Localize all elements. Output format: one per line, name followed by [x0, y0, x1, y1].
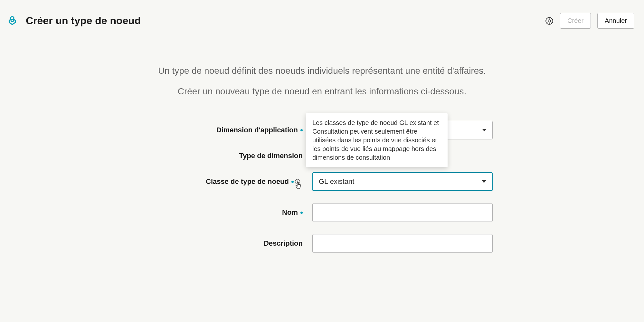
- required-indicator: [300, 212, 303, 214]
- name-label: Nom: [282, 208, 298, 217]
- svg-line-8: [551, 23, 552, 23]
- cursor-hand-icon: [294, 182, 302, 191]
- intro-text: Un type de noeud définit des noeuds indi…: [129, 64, 515, 98]
- required-indicator: [291, 181, 294, 183]
- row-name: Nom: [145, 203, 499, 222]
- header: Créer un type de noeud Créer Annuler: [0, 0, 644, 29]
- svg-point-2: [548, 20, 551, 22]
- description-input[interactable]: [312, 234, 493, 253]
- chevron-down-icon: [482, 180, 486, 183]
- class-label: Classe de type de noeud: [206, 177, 289, 186]
- row-description: Description: [145, 234, 499, 253]
- form: Les classes de type de noeud GL existant…: [145, 121, 499, 253]
- required-indicator: [300, 129, 303, 131]
- intro-line2: Créer un nouveau type de noeud en entran…: [129, 85, 515, 98]
- row-class: Classe de type de noeud GL exis: [145, 172, 499, 191]
- label-col: Classe de type de noeud: [145, 177, 312, 186]
- app-dimension-label: Dimension d'application: [216, 126, 298, 134]
- name-input[interactable]: [312, 203, 493, 222]
- settings-icon[interactable]: [545, 17, 554, 25]
- class-value: GL existant: [319, 177, 354, 186]
- cancel-button[interactable]: Annuler: [597, 13, 634, 29]
- label-col: Nom: [145, 208, 312, 217]
- label-col: Description: [145, 239, 312, 248]
- label-col: Type de dimension: [145, 152, 312, 160]
- description-label: Description: [264, 239, 303, 248]
- intro-line1: Un type de noeud définit des noeuds indi…: [129, 64, 515, 78]
- node-icon: [6, 14, 19, 27]
- svg-line-7: [547, 18, 547, 19]
- create-button[interactable]: Créer: [560, 13, 591, 29]
- tooltip: Les classes de type de noeud GL existant…: [306, 113, 448, 167]
- svg-line-10: [551, 18, 552, 19]
- svg-line-9: [547, 23, 547, 23]
- header-left: Créer un type de noeud: [6, 14, 141, 27]
- svg-point-0: [11, 19, 14, 22]
- page-title: Créer un type de noeud: [26, 15, 141, 27]
- header-right: Créer Annuler: [545, 13, 634, 29]
- chevron-down-icon: [482, 129, 487, 131]
- label-col: Dimension d'application: [145, 126, 312, 134]
- class-select[interactable]: GL existant: [312, 172, 493, 191]
- dimension-type-label: Type de dimension: [239, 152, 303, 160]
- tooltip-text: Les classes de type de noeud GL existant…: [312, 119, 439, 161]
